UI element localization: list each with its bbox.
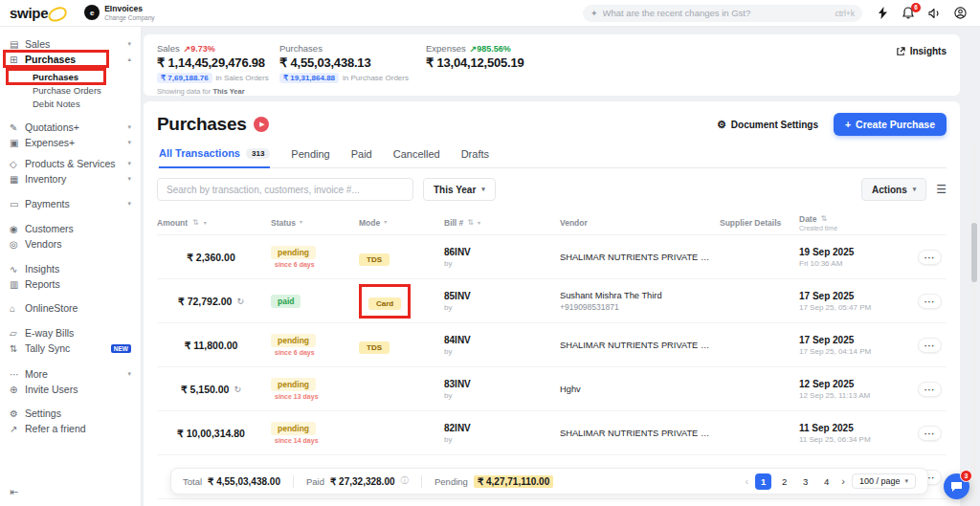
sidebar-item-customers[interactable]: ◉ Customers (0, 221, 141, 236)
page-size-select[interactable]: 100 / page ▾ (852, 473, 916, 489)
expenses-stat-label: Expenses (426, 43, 466, 54)
sort-icon[interactable]: ⇅ (192, 218, 199, 227)
vendor-name[interactable]: SHALIMAR NUTRIENTS PRIVATE LIMITED (560, 253, 714, 262)
sidebar-item-onlinestore[interactable]: ⌂ OnlineStore (0, 300, 141, 316)
next-page-arrow[interactable]: › (841, 475, 845, 487)
notifications-bell-icon[interactable]: 6 (902, 7, 915, 20)
row-actions-button[interactable]: ⋯ (918, 294, 942, 309)
filter-icon[interactable]: ▾ (384, 218, 387, 225)
sidebar-item-settings[interactable]: ⚙ Settings (0, 406, 141, 421)
column-header-bill[interactable]: Bill # ⇅ ▾ (444, 218, 560, 228)
column-header-vendor[interactable]: Vendor (560, 218, 720, 228)
sidebar-item-quotations[interactable]: ✎ Quotations+ ▾ (0, 120, 141, 135)
sidebar-item-reports[interactable]: ▥ Reports (0, 276, 141, 292)
period-filter-dropdown[interactable]: This Year ▾ (423, 178, 496, 201)
bill-number[interactable]: 86INV (444, 247, 554, 257)
currency-convert-icon[interactable]: ↻ (234, 385, 241, 394)
bill-number[interactable]: 85INV (444, 291, 554, 301)
row-actions-button[interactable]: ⋯ (918, 382, 942, 397)
sales-orders-amount-badge[interactable]: ₹ 7,69,188.76 (157, 73, 212, 83)
bill-number[interactable]: 82INV (444, 423, 554, 433)
payment-mode-badge: TDS (359, 253, 390, 266)
filter-icon[interactable]: ▾ (478, 219, 480, 226)
column-header-amount[interactable]: Amount ⇅ ▾ (157, 218, 271, 228)
column-header-status[interactable]: Status ▾ (271, 218, 359, 228)
info-icon[interactable]: ⓘ (401, 475, 410, 487)
table-row[interactable]: ₹ 2,360.00 pending since 6 days TDS 86IN… (157, 235, 947, 279)
column-settings-icon[interactable]: ☰ (936, 183, 947, 196)
vendor-name[interactable]: Sushant Mishra The Third (560, 291, 714, 300)
sidebar-collapse-icon[interactable]: ⇤ (10, 486, 18, 498)
vendor-name[interactable]: SHALIMAR NUTRIENTS PRIVATE LIMITED (560, 429, 714, 438)
scrollbar-thumb[interactable] (971, 223, 977, 282)
sort-icon[interactable]: ⇅ (467, 218, 474, 227)
chat-launcher-button[interactable]: 3 (944, 473, 969, 499)
tab-pending[interactable]: Pending (291, 147, 329, 167)
chevron-icon: ▾ (127, 139, 131, 146)
tab-paid[interactable]: Paid (351, 147, 372, 167)
column-header-mode[interactable]: Mode ▾ (359, 218, 444, 228)
row-actions-button[interactable]: ⋯ (918, 250, 942, 265)
sidebar-item-sales[interactable]: ▤ Sales ▾ (0, 36, 141, 52)
column-header-supplier-details[interactable]: Supplier Details (720, 218, 799, 228)
global-search[interactable]: ✦ ctrl+k (583, 5, 862, 22)
table-row[interactable]: ₹ 10,00,314.80 pending since 14 days 82I… (157, 411, 947, 455)
prev-page-arrow[interactable]: ‹ (746, 475, 749, 487)
column-header-date[interactable]: Date ⇅ Created time (799, 214, 919, 231)
purchase-orders-amount-badge[interactable]: ₹ 19,31,864.88 (279, 73, 339, 83)
sales-orders-label: in Sales Orders (216, 74, 269, 82)
overdue-since-label: since 6 days (271, 261, 315, 268)
page-button-4[interactable]: 4 (818, 473, 835, 490)
page-button-3[interactable]: 3 (797, 473, 813, 490)
sidebar-item-expenses[interactable]: ▣ Expenses+ ▾ (0, 135, 141, 150)
create-purchase-button[interactable]: + Create Purchase (834, 113, 947, 136)
sidebar-item-tally-sync[interactable]: ⇅ Tally Sync NEW (0, 341, 141, 356)
bill-number[interactable]: 84INV (444, 335, 554, 345)
sidebar-item-products-services[interactable]: ◇ Products & Services ▾ (0, 156, 141, 171)
vendor-name[interactable]: Hghv (560, 385, 714, 394)
sidebar-item-e-way-bills[interactable]: ▱ E-way Bills (0, 325, 141, 341)
sidebar-item-vendors[interactable]: ◎ Vendors (0, 236, 141, 252)
page-button-2[interactable]: 2 (776, 473, 792, 490)
actions-dropdown[interactable]: Actions ▾ (861, 178, 926, 201)
vendor-phone: +919098531871 (560, 302, 714, 312)
tab-cancelled[interactable]: Cancelled (393, 147, 440, 167)
sidebar-item-refer-a-friend[interactable]: ↗ Refer a friend (0, 421, 141, 436)
sidebar-item-more[interactable]: ⋯ More ▾ (0, 366, 141, 382)
filter-icon[interactable]: ▾ (204, 219, 207, 226)
global-search-input[interactable] (603, 8, 831, 18)
insights-link[interactable]: Insights (896, 46, 947, 56)
sidebar-subitem-purchases[interactable]: Purchases (0, 70, 141, 83)
table-row[interactable]: ₹ 5,150.00 ↻ pending since 13 days 83INV… (157, 367, 947, 411)
company-switcher[interactable]: e EInvoices Change Company (84, 5, 154, 21)
sidebar-item-purchases[interactable]: ⊞ Purchases ▴ (0, 52, 141, 67)
sort-icon[interactable]: ⇅ (820, 214, 827, 223)
row-actions-button[interactable]: ⋯ (918, 426, 942, 441)
tutorial-play-button[interactable]: ▶ (254, 117, 269, 132)
bill-number[interactable]: 83INV (444, 379, 554, 389)
swipe-logo[interactable]: swipe (10, 5, 69, 21)
table-search-input[interactable] (157, 178, 413, 201)
vendor-name[interactable]: SHALIMAR NUTRIENTS PRIVATE LIMITED (560, 341, 714, 350)
page-button-1[interactable]: 1 (755, 473, 771, 490)
tab-all-transactions[interactable]: All Transactions 313 (159, 147, 270, 168)
table-row[interactable]: ₹ 72,792.00 ↻ paid Card 85INV by Sushant… (157, 279, 947, 323)
table-row[interactable]: ₹ 11,800.00 pending since 6 days TDS 84I… (157, 323, 947, 367)
sidebar-item-payments[interactable]: ▭ Payments ▾ (0, 196, 141, 211)
user-account-icon[interactable] (953, 7, 967, 20)
sidebar-subitem-purchase-orders[interactable]: Purchase Orders (0, 83, 141, 97)
sidebar-item-inventory[interactable]: ▦ Inventory ▾ (0, 171, 141, 187)
row-actions-button[interactable]: ⋯ (918, 338, 942, 353)
main-scrollbar[interactable] (971, 143, 977, 503)
sidebar-item-insights[interactable]: ∿ Insights (0, 261, 141, 276)
change-company-link[interactable]: Change Company (104, 14, 154, 21)
bill-by-label: by (444, 347, 554, 356)
sidebar-subitem-debit-notes[interactable]: Debit Notes (0, 97, 141, 110)
lightning-icon[interactable] (876, 7, 889, 20)
filter-icon[interactable]: ▾ (300, 218, 302, 225)
announcements-icon[interactable] (927, 7, 941, 20)
sidebar-item-invite-users[interactable]: ⊕ Invite Users (0, 382, 141, 397)
currency-convert-icon[interactable]: ↻ (236, 297, 244, 306)
tab-drafts[interactable]: Drafts (461, 147, 489, 167)
document-settings-button[interactable]: ⚙ Document Settings (717, 119, 818, 131)
